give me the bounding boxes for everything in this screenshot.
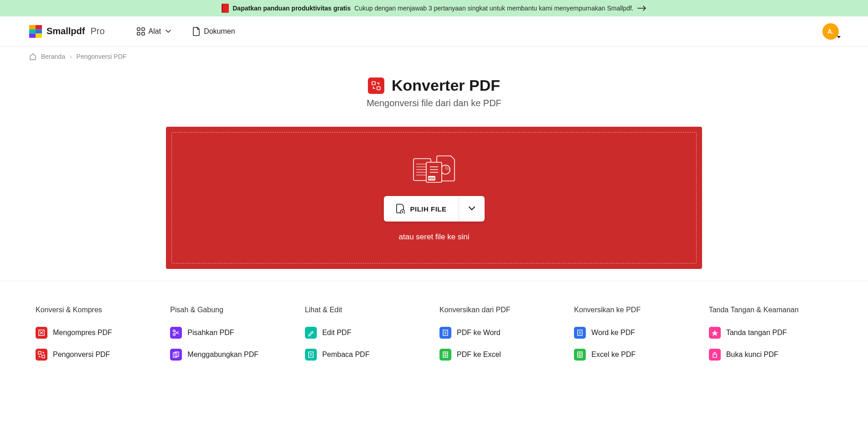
choose-file-button[interactable]: PILIH FILE [384, 196, 459, 222]
svg-rect-0 [29, 25, 36, 29]
svg-rect-1 [36, 25, 42, 29]
xls-icon [574, 349, 586, 361]
breadcrumb: Beranda › Pengonversi PDF [0, 46, 868, 67]
convert-icon [36, 349, 47, 361]
tool-link-label: Edit PDF [322, 329, 351, 337]
breadcrumb-home[interactable]: Beranda [41, 53, 65, 60]
page-hero: Konverter PDF Mengonversi file dari dan … [0, 77, 868, 108]
page-subtitle: Mengonversi file dari dan ke PDF [0, 98, 868, 108]
banner-bold-text: Dapatkan panduan produktivitas gratis [232, 5, 351, 12]
book-icon [222, 4, 229, 13]
logo-icon [29, 25, 42, 38]
svg-rect-3 [36, 29, 42, 33]
svg-rect-4 [29, 33, 36, 37]
tool-link-label: PDF ke Excel [457, 351, 501, 359]
svg-rect-5 [36, 33, 42, 37]
xls-icon [439, 349, 451, 361]
tool-link[interactable]: Edit PDF [305, 327, 429, 339]
brand[interactable]: Smallpdf Pro [29, 25, 105, 38]
footer-column-title: Lihat & Edit [305, 306, 429, 314]
dropzone-inner: PDF PILIH FILE atau seret file ke sini [171, 132, 697, 263]
tool-link-label: Tanda tangan PDF [726, 329, 787, 337]
banner-text: Cukup dengan menjawab 3 pertanyaan singk… [354, 5, 633, 12]
tool-link[interactable]: Pembaca PDF [305, 349, 429, 361]
tool-link[interactable]: Menggabungkan PDF [170, 349, 294, 361]
footer-column-title: Konversikan dari PDF [439, 306, 563, 314]
svg-rect-6 [137, 28, 140, 31]
nav: Alat Dokumen [137, 27, 235, 36]
files-icon: PDF [412, 154, 456, 183]
avatar[interactable]: A. [822, 23, 839, 40]
compress-icon [36, 327, 47, 339]
svg-rect-11 [377, 87, 380, 90]
svg-rect-7 [142, 28, 145, 31]
brand-tier: Pro [90, 26, 104, 36]
svg-text:PDF: PDF [429, 177, 435, 180]
footer-column: Tanda Tangan & KeamananTanda tangan PDFB… [709, 306, 832, 371]
svg-rect-9 [142, 32, 145, 35]
footer-column: Pisah & GabungPisahkan PDFMenggabungkan … [170, 306, 294, 371]
footer-column: Lihat & EditEdit PDFPembaca PDF [305, 306, 429, 371]
split-icon [170, 327, 182, 339]
footer-column-title: Pisah & Gabung [170, 306, 294, 314]
grid-icon [137, 27, 145, 36]
footer-column: Konversi & KompresMengompres PDFPengonve… [36, 306, 159, 371]
file-button-group: PILIH FILE [384, 196, 485, 222]
tool-link-label: PDF ke Word [457, 329, 501, 337]
tool-link-label: Excel ke PDF [591, 351, 636, 359]
footer-column-title: Konversi & Kompres [36, 306, 159, 314]
tool-link-label: Buka kunci PDF [726, 351, 779, 359]
tool-link-label: Pengonversi PDF [53, 351, 110, 359]
breadcrumb-current: Pengonversi PDF [77, 53, 127, 60]
chevron-down-icon [469, 206, 475, 211]
tool-link-label: Menggabungkan PDF [187, 351, 258, 359]
tool-link[interactable]: Tanda tangan PDF [709, 327, 832, 339]
nav-docs-label: Dokumen [204, 27, 235, 36]
nav-tools[interactable]: Alat [137, 27, 171, 36]
tool-link-label: Pembaca PDF [322, 351, 370, 359]
tool-link[interactable]: Word ke PDF [574, 327, 698, 339]
footer-column-title: Tanda Tangan & Keamanan [709, 306, 832, 314]
promo-banner[interactable]: Dapatkan panduan produktivitas gratis Cu… [0, 0, 868, 16]
tool-link[interactable]: Mengompres PDF [36, 327, 159, 339]
sign-icon [709, 327, 721, 339]
home-icon [29, 53, 36, 60]
tool-link[interactable]: Buka kunci PDF [709, 349, 832, 361]
choose-file-dropdown[interactable] [459, 196, 485, 222]
nav-tools-label: Alat [149, 27, 161, 36]
svg-rect-8 [137, 32, 140, 35]
svg-rect-2 [29, 29, 36, 33]
brand-name: Smallpdf [46, 26, 85, 36]
drag-hint: atau seret file ke sini [399, 232, 470, 242]
footer-column: Konversikan dari PDFPDF ke WordPDF ke Ex… [439, 306, 563, 371]
breadcrumb-separator: › [70, 53, 72, 60]
tool-link[interactable]: Pisahkan PDF [170, 327, 294, 339]
converter-icon [368, 77, 384, 94]
svg-rect-10 [372, 82, 375, 85]
tool-link[interactable]: Excel ke PDF [574, 349, 698, 361]
footer-column-title: Konversikan ke PDF [574, 306, 698, 314]
choose-file-label: PILIH FILE [410, 205, 447, 213]
avatar-initials: A. [827, 28, 834, 35]
merge-icon [170, 349, 182, 361]
tool-link-label: Mengompres PDF [53, 329, 112, 337]
tool-link[interactable]: PDF ke Excel [439, 349, 563, 361]
header: Smallpdf Pro Alat Dokumen A. [0, 16, 868, 46]
tool-link-label: Word ke PDF [591, 329, 635, 337]
nav-documents[interactable]: Dokumen [193, 27, 235, 36]
edit-icon [305, 327, 317, 339]
dropzone[interactable]: PDF PILIH FILE atau seret file ke sini [166, 127, 702, 269]
avatar-chevron-icon [837, 36, 841, 39]
document-icon [193, 27, 200, 36]
chevron-down-icon [165, 30, 171, 33]
tools-footer: Konversi & KompresMengompres PDFPengonve… [0, 281, 868, 371]
page-title: Konverter PDF [392, 77, 500, 94]
footer-column: Konversikan ke PDFWord ke PDFExcel ke PD… [574, 306, 698, 371]
tool-link-label: Pisahkan PDF [187, 329, 234, 337]
unlock-icon [709, 349, 721, 361]
file-add-icon [396, 204, 405, 214]
tool-link[interactable]: Pengonversi PDF [36, 349, 159, 361]
arrow-right-icon [637, 5, 646, 11]
tool-link[interactable]: PDF ke Word [439, 327, 563, 339]
read-icon [305, 349, 317, 361]
